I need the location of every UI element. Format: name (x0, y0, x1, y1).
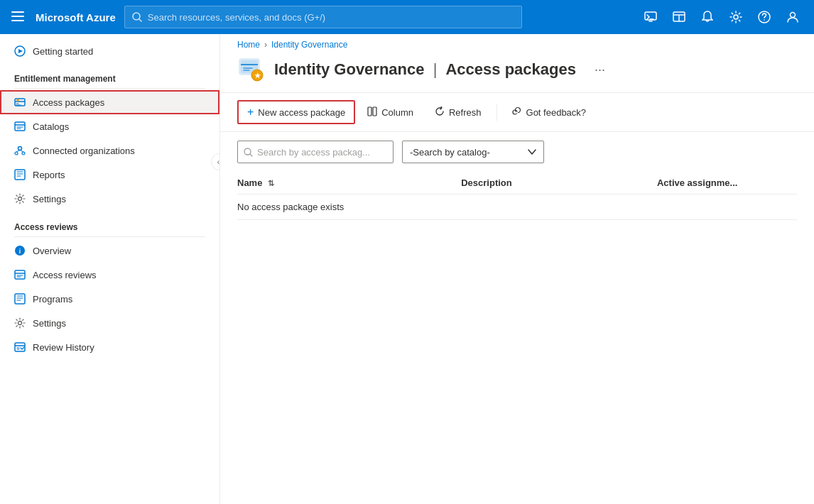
svg-rect-37 (15, 270, 25, 279)
notifications-icon[interactable] (695, 4, 720, 30)
col-assignments-label: Active assignme... (657, 177, 737, 188)
svg-line-29 (20, 150, 23, 153)
page-title-divider: | (429, 60, 442, 79)
svg-line-28 (16, 150, 20, 153)
new-access-package-label: New access package (258, 107, 345, 118)
svg-point-26 (15, 152, 18, 155)
breadcrumb: Home › Identity Governance (220, 34, 814, 50)
getting-started-label: Getting started (33, 46, 93, 57)
filter-bar: -Search by catalog- (220, 132, 814, 172)
global-search[interactable] (124, 6, 522, 28)
sidebar-item-getting-started[interactable]: Getting started (0, 34, 219, 62)
sidebar-review-history-label: Review History (33, 342, 94, 353)
content-area: Home › Identity Governance ★ Identity Go (220, 34, 814, 504)
svg-rect-2 (11, 20, 24, 21)
breadcrumb-home[interactable]: Home (237, 40, 260, 50)
sidebar-item-overview[interactable]: i Overview (0, 239, 219, 263)
overview-icon: i (14, 245, 26, 256)
page-header: ★ Identity Governance | Access packages … (220, 50, 814, 93)
sidebar-connected-orgs-label: Connected organizations (33, 146, 135, 156)
sidebar-item-access-packages[interactable]: Access packages (0, 90, 219, 114)
catalog-dropdown[interactable]: -Search by catalog- (402, 141, 544, 163)
account-icon[interactable] (780, 4, 805, 30)
sidebar-item-access-reviews[interactable]: Access reviews (0, 263, 219, 287)
sidebar: Getting started Entitlement management A… (0, 34, 220, 504)
page-title-service: Identity Governance (274, 60, 425, 79)
sidebar-item-reports[interactable]: Reports (0, 163, 219, 187)
hamburger-menu[interactable] (9, 7, 27, 28)
breadcrumb-current: Identity Governance (271, 40, 347, 50)
search-access-package-input[interactable] (257, 147, 387, 158)
sidebar-settings-entitlement-label: Settings (33, 194, 66, 204)
refresh-label: Refresh (449, 107, 482, 118)
column-label: Column (381, 107, 413, 118)
plus-icon: + (247, 106, 254, 119)
svg-rect-57 (368, 107, 371, 116)
search-input[interactable] (148, 12, 514, 23)
svg-marker-16 (18, 49, 23, 53)
sidebar-programs-label: Programs (33, 294, 72, 305)
access-package-search[interactable] (237, 141, 394, 163)
refresh-button[interactable]: Refresh (425, 102, 491, 124)
sidebar-item-settings-reviews[interactable]: Settings (0, 311, 219, 335)
svg-line-4 (139, 19, 141, 21)
svg-point-34 (18, 197, 22, 201)
svg-point-27 (22, 152, 25, 155)
sidebar-item-settings-entitlement[interactable]: Settings (0, 187, 219, 211)
access-reviews-section-label: Access reviews (0, 211, 219, 235)
sidebar-item-review-history[interactable]: Review History (0, 335, 219, 359)
main-layout: Getting started Entitlement management A… (0, 34, 814, 504)
settings-entitlement-icon (14, 193, 26, 204)
empty-message: No access package exists (237, 195, 797, 220)
got-feedback-button[interactable]: Got feedback? (503, 102, 596, 124)
sidebar-reports-label: Reports (33, 170, 65, 180)
entitlement-divider (14, 88, 205, 89)
programs-icon (14, 293, 26, 305)
page-more-button[interactable]: ··· (590, 61, 609, 79)
column-button[interactable]: Column (358, 102, 423, 124)
search-icon (244, 148, 253, 157)
svg-text:★: ★ (254, 72, 261, 80)
portal-icon[interactable] (666, 4, 692, 30)
col-name[interactable]: Name ⇅ (237, 172, 461, 195)
cloud-shell-icon[interactable] (638, 4, 663, 30)
col-description-label: Description (461, 177, 512, 188)
page-icon: ★ (237, 55, 266, 84)
getting-started-icon (14, 45, 26, 57)
column-icon (367, 106, 377, 119)
svg-rect-30 (15, 170, 25, 180)
sidebar-access-reviews-label: Access reviews (33, 270, 97, 280)
sidebar-item-programs[interactable]: Programs (0, 287, 219, 311)
table-empty-row: No access package exists (237, 195, 797, 220)
sort-icon[interactable]: ⇅ (268, 179, 274, 188)
svg-point-14 (791, 13, 796, 18)
toolbar: + New access package Column (220, 93, 814, 132)
sidebar-access-packages-label: Access packages (33, 97, 104, 108)
new-access-package-button[interactable]: + New access package (237, 100, 355, 124)
svg-point-11 (734, 15, 738, 19)
page-title-group: Identity Governance | Access packages (274, 60, 576, 79)
app-logo: Microsoft Azure (36, 11, 116, 23)
sidebar-item-catalogs[interactable]: Catalogs (0, 114, 219, 138)
svg-rect-46 (15, 343, 25, 351)
access-packages-table: Name ⇅ Description Active assignme... No (237, 172, 797, 220)
catalogs-icon (14, 121, 26, 132)
svg-rect-41 (15, 294, 25, 304)
access-reviews-icon (14, 269, 26, 280)
settings-icon[interactable] (723, 4, 749, 30)
page-title-section: Access packages (445, 60, 575, 79)
breadcrumb-separator: › (264, 40, 267, 50)
got-feedback-label: Got feedback? (526, 107, 587, 118)
catalog-placeholder: -Search by catalog- (410, 147, 490, 158)
svg-point-25 (18, 147, 22, 150)
chevron-down-icon (528, 149, 536, 155)
sidebar-item-connected-organizations[interactable]: Connected organizations (0, 138, 219, 163)
svg-text:i: i (19, 248, 21, 255)
help-icon[interactable] (751, 4, 777, 30)
topbar: Microsoft Azure (0, 0, 814, 34)
access-reviews-divider (14, 236, 205, 237)
svg-point-20 (17, 99, 19, 102)
col-description: Description (461, 172, 657, 195)
col-assignments: Active assignme... (657, 172, 797, 195)
access-packages-icon (14, 97, 26, 108)
